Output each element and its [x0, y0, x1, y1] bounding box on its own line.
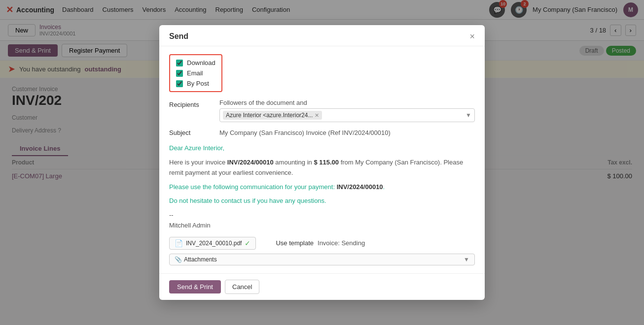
send-modal: Send × Download Email By Post [159, 25, 485, 300]
use-template-area: Use template Invoice: Sending [276, 239, 365, 247]
line1-mid: amounting in [274, 159, 314, 166]
modal-body: Download Email By Post Recipients Follow… [159, 46, 485, 273]
sig-dash: -- [169, 210, 475, 221]
pdf-name: INV_2024_00010.pdf [186, 240, 242, 247]
line1: Here is your invoice INV/2024/00010 amou… [169, 158, 475, 178]
line2-post: . [383, 183, 385, 191]
line2-comm: INV/2024/00010 [337, 183, 383, 191]
tag-text: Azure Interior <azure.Interior24... [226, 112, 313, 119]
attachment-row: 📄 INV_2024_00010.pdf ✓ Use template Invo… [169, 237, 475, 250]
recipient-tags-area[interactable]: Azure Interior <azure.Interior24... ✕ ▼ [219, 108, 475, 122]
recipients-value: Followers of the document and Azure Inte… [219, 99, 475, 122]
line2-pre: Please use the following communication f… [169, 183, 337, 191]
attachments-dropdown-icon[interactable]: ▼ [464, 256, 469, 263]
bypost-checkbox-row[interactable]: By Post [176, 80, 215, 87]
use-template-value: Invoice: Sending [318, 239, 365, 247]
bypost-label: By Post [187, 80, 209, 87]
line1-inv: INV/2024/00010 [227, 159, 274, 166]
email-checkbox-row[interactable]: Email [176, 69, 215, 77]
recipient-tag[interactable]: Azure Interior <azure.Interior24... ✕ [223, 111, 322, 120]
download-checkbox-row[interactable]: Download [176, 59, 215, 66]
tag-close-icon[interactable]: ✕ [315, 112, 319, 119]
recipients-label: Recipients [169, 99, 214, 108]
greeting: Dear Azure Interior, [169, 143, 475, 154]
subject-row: Subject My Company (San Francisco) Invoi… [169, 127, 475, 138]
checkbox-section: Download Email By Post [169, 54, 222, 92]
recipients-row: Recipients Followers of the document and… [169, 99, 475, 122]
modal-overlay: Send × Download Email By Post [0, 0, 644, 325]
download-label: Download [187, 59, 215, 66]
recipients-dropdown-icon[interactable]: ▼ [465, 112, 471, 119]
modal-header: Send × [159, 25, 485, 46]
use-template-label: Use template [276, 239, 314, 247]
attachments-label: Attachments [184, 256, 217, 263]
email-checkbox[interactable] [176, 70, 183, 77]
modal-close-button[interactable]: × [469, 32, 475, 41]
pdf-attachment[interactable]: 📄 INV_2024_00010.pdf ✓ [169, 237, 256, 250]
attachments-button[interactable]: 📎 Attachments ▼ [169, 254, 475, 265]
modal-title: Send [169, 32, 188, 41]
signature: -- Mitchell Admin [169, 210, 475, 231]
modal-cancel-button[interactable]: Cancel [225, 280, 259, 294]
subject-value: My Company (San Francisco) Invoice (Ref … [219, 127, 475, 138]
pdf-check-icon: ✓ [245, 239, 250, 247]
email-label: Email [187, 69, 203, 77]
pdf-icon: 📄 [175, 239, 183, 247]
download-checkbox[interactable] [176, 60, 183, 66]
line1-pre: Here is your invoice [169, 159, 227, 166]
modal-footer: Send & Print Cancel [159, 273, 485, 300]
sig-name: Mitchell Admin [169, 221, 475, 231]
modal-send-print-button[interactable]: Send & Print [169, 280, 221, 293]
line1-amount: $ 115.00 [314, 159, 339, 166]
subject-label: Subject [169, 127, 214, 136]
email-body: Dear Azure Interior, Here is your invoic… [169, 143, 475, 231]
line3: Do not hesitate to contact us if you hav… [169, 196, 475, 206]
paperclip-icon: 📎 [175, 256, 182, 263]
recipients-input[interactable] [324, 112, 464, 119]
recipients-hint: Followers of the document and [219, 99, 475, 106]
bypost-checkbox[interactable] [176, 80, 183, 87]
line2: Please use the following communication f… [169, 182, 475, 193]
